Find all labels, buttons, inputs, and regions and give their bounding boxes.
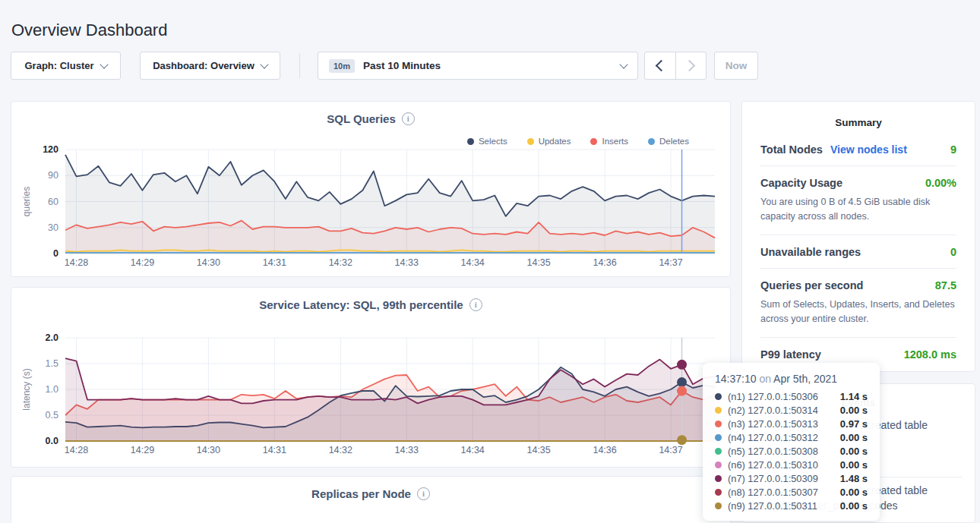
tooltip-timestamp: 14:37:10 on Apr 5th, 2021 (715, 373, 868, 385)
tooltip-node-value: 1.14 s (840, 391, 868, 402)
svg-text:0: 0 (53, 248, 58, 259)
toolbar-divider (299, 53, 300, 78)
tooltip-time: 14:37:10 (715, 373, 757, 385)
prev-time-button[interactable] (645, 52, 676, 79)
time-range-dropdown[interactable]: 10m Past 10 Minutes (318, 52, 638, 80)
service-latency-card: Service Latency: SQL, 99th percentile 14… (11, 287, 731, 468)
graph-dropdown-label: Graph: Cluster (24, 60, 93, 71)
svg-text:14:32: 14:32 (329, 257, 352, 268)
tooltip-node-label: (n2) 127.0.0.1:50314 (728, 405, 818, 416)
series-dot-icon (715, 393, 722, 400)
tooltip-node-row: (n4) 127.0.0.1:503120.00 s (715, 430, 868, 444)
svg-text:60: 60 (48, 197, 58, 207)
overview-dashboard-page: Overview Dashboard Graph: Cluster Dashbo… (0, 0, 980, 523)
tooltip-node-label: (n1) 127.0.0.1:50306 (728, 391, 818, 402)
chevron-left-icon (655, 60, 667, 72)
tooltip-node-value: 0.00 s (840, 487, 868, 498)
svg-text:queries: queries (21, 187, 32, 216)
summary-item: Total NodesView nodes list9 (760, 133, 956, 166)
svg-text:1.0: 1.0 (46, 384, 58, 395)
summary-item: Queries per second87.5Sum of Selects, Up… (760, 269, 956, 338)
svg-text:14:30: 14:30 (197, 257, 220, 268)
dashboard-dropdown[interactable]: Dashboard: Overview (140, 52, 280, 80)
svg-text:14:37: 14:37 (659, 257, 682, 268)
summary-item-label: P99 latency (760, 348, 821, 361)
series-dot-icon (715, 407, 722, 414)
svg-text:14:30: 14:30 (197, 445, 220, 455)
svg-text:14:37: 14:37 (659, 445, 682, 455)
svg-text:14:33: 14:33 (395, 445, 419, 455)
summary-item-label: Total Nodes (760, 143, 823, 156)
summary-item-label: Unavailable ranges (760, 246, 861, 258)
summary-item: Capacity Usage0.00%You are using 0 B of … (760, 166, 956, 235)
svg-text:30: 30 (48, 222, 58, 233)
tooltip-node-label: (n5) 127.0.0.1:50308 (728, 446, 818, 457)
tooltip-on: on (759, 373, 771, 385)
tooltip-node-value: 1.48 s (840, 473, 868, 484)
graph-dropdown[interactable]: Graph: Cluster (11, 52, 121, 80)
svg-text:14:28: 14:28 (65, 257, 88, 268)
tooltip-node-label: (n8) 127.0.0.1:50307 (728, 487, 818, 498)
chevron-down-icon (100, 60, 108, 68)
tooltip-node-row: (n6) 127.0.0.1:503100.00 s (715, 458, 868, 471)
summary-item-value: 87.5 (935, 279, 956, 291)
summary-panel: Summary Total NodesView nodes list9Capac… (741, 101, 975, 372)
summary-item-label: Queries per second (760, 279, 863, 291)
series-dot-icon (715, 448, 722, 455)
now-button-label: Now (726, 60, 748, 71)
svg-text:latency (s): latency (s) (21, 368, 32, 410)
svg-text:14:35: 14:35 (526, 257, 550, 268)
tooltip-node-label: (n9) 127.0.0.1:50311 (728, 500, 817, 512)
svg-text:0.5: 0.5 (46, 410, 58, 421)
tooltip-node-label: (n3) 127.0.0.1:50313 (728, 418, 818, 430)
tooltip-node-label: (n6) 127.0.0.1:50310 (728, 459, 818, 471)
svg-text:90: 90 (48, 170, 58, 181)
info-icon[interactable] (417, 487, 430, 500)
tooltip-node-row: (n2) 127.0.0.1:503140.00 s (715, 403, 868, 417)
series-dot-icon (715, 489, 722, 496)
service-latency-chart[interactable]: 14:2814:2914:3014:3114:3214:3314:3414:35… (11, 288, 732, 468)
time-range-label: Past 10 Minutes (363, 60, 441, 71)
now-button[interactable]: Now (714, 52, 758, 80)
sql-queries-chart[interactable]: 14:2814:2914:3014:3114:3214:3314:3414:35… (11, 102, 732, 278)
svg-text:0.0: 0.0 (46, 436, 58, 446)
chevron-right-icon (684, 60, 696, 72)
tooltip-node-row: (n8) 127.0.0.1:503070.00 s (715, 485, 868, 499)
svg-text:120: 120 (43, 144, 58, 155)
tooltip-node-value: 0.97 s (840, 418, 868, 430)
time-range-badge: 10m (329, 59, 355, 73)
series-dot-icon (715, 421, 722, 427)
tooltip-node-row: (n1) 127.0.0.1:503061.14 s (715, 389, 868, 403)
svg-text:2.0: 2.0 (46, 332, 58, 343)
svg-text:14:32: 14:32 (329, 445, 352, 455)
chevron-down-icon (260, 60, 268, 68)
tooltip-node-label: (n4) 127.0.0.1:50312 (728, 432, 818, 443)
view-nodes-list-link[interactable]: View nodes list (830, 143, 907, 156)
tooltip-node-row: (n7) 127.0.0.1:503091.48 s (715, 471, 868, 485)
svg-text:14:36: 14:36 (593, 257, 616, 268)
series-dot-icon (715, 462, 722, 468)
summary-item-value: 1208.0 ms (904, 348, 956, 361)
svg-text:14:29: 14:29 (131, 257, 154, 268)
tooltip-node-value: 0.00 s (840, 405, 868, 416)
tooltip-date: Apr 5th, 2021 (773, 373, 837, 385)
summary-item-label: Capacity Usage (760, 177, 842, 189)
svg-text:14:36: 14:36 (593, 445, 616, 455)
svg-text:14:35: 14:35 (526, 445, 550, 455)
tooltip-node-value: 0.00 s (840, 459, 868, 471)
summary-item: Unavailable ranges0 (760, 235, 956, 269)
series-dot-icon (715, 503, 722, 509)
next-time-button[interactable] (676, 52, 707, 79)
sql-queries-card: SQL Queries SelectsUpdatesInsertsDeletes… (11, 101, 731, 277)
tooltip-node-row: (n5) 127.0.0.1:503080.00 s (715, 444, 868, 458)
tooltip-node-value: 0.00 s (840, 446, 868, 457)
svg-text:14:34: 14:34 (461, 445, 485, 455)
summary-item-subtext: Sum of Selects, Updates, Inserts, and De… (760, 298, 956, 327)
tooltip-node-row: (n3) 127.0.0.1:503130.97 s (715, 417, 868, 430)
replicas-per-node-card: Replicas per Node (11, 476, 731, 523)
svg-text:14:29: 14:29 (131, 445, 154, 455)
svg-text:14:28: 14:28 (65, 445, 88, 455)
dashboard-dropdown-label: Dashboard: Overview (153, 60, 254, 71)
tooltip-node-label: (n7) 127.0.0.1:50309 (728, 473, 818, 484)
page-title: Overview Dashboard (11, 20, 167, 40)
